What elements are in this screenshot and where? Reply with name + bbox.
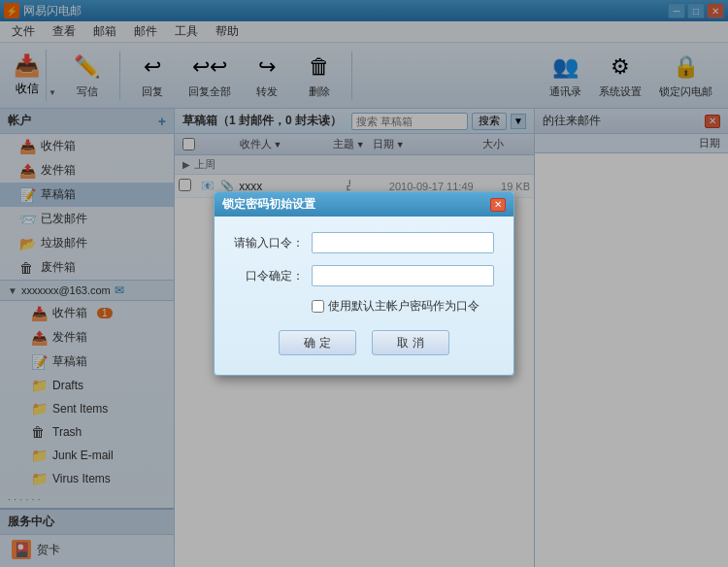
modal-ok-button[interactable]: 确 定 <box>279 330 356 355</box>
password-label: 请输入口令： <box>234 235 312 251</box>
confirm-label: 口令确定： <box>234 268 312 284</box>
password-field: 请输入口令： <box>234 232 494 253</box>
checkbox-row: 使用默认主帐户密码作为口令 <box>234 298 494 315</box>
modal-titlebar: 锁定密码初始设置 ✕ <box>215 192 513 217</box>
modal-buttons: 确 定 取 消 <box>234 322 494 359</box>
password-input[interactable] <box>312 232 494 253</box>
modal-close-button[interactable]: ✕ <box>490 198 506 212</box>
confirm-input[interactable] <box>312 265 494 286</box>
checkbox-label: 使用默认主帐户密码作为口令 <box>328 298 480 315</box>
confirm-field: 口令确定： <box>234 265 494 286</box>
use-default-password-checkbox[interactable] <box>312 300 324 313</box>
modal-cancel-button[interactable]: 取 消 <box>372 330 449 355</box>
modal-title: 锁定密码初始设置 <box>222 196 315 213</box>
lock-modal: 锁定密码初始设置 ✕ 请输入口令： 口令确定： 使用默认主帐户密码作为口令 确 … <box>214 191 514 376</box>
modal-body: 请输入口令： 口令确定： 使用默认主帐户密码作为口令 确 定 取 消 <box>215 217 513 375</box>
modal-overlay: 锁定密码初始设置 ✕ 请输入口令： 口令确定： 使用默认主帐户密码作为口令 确 … <box>0 0 728 567</box>
